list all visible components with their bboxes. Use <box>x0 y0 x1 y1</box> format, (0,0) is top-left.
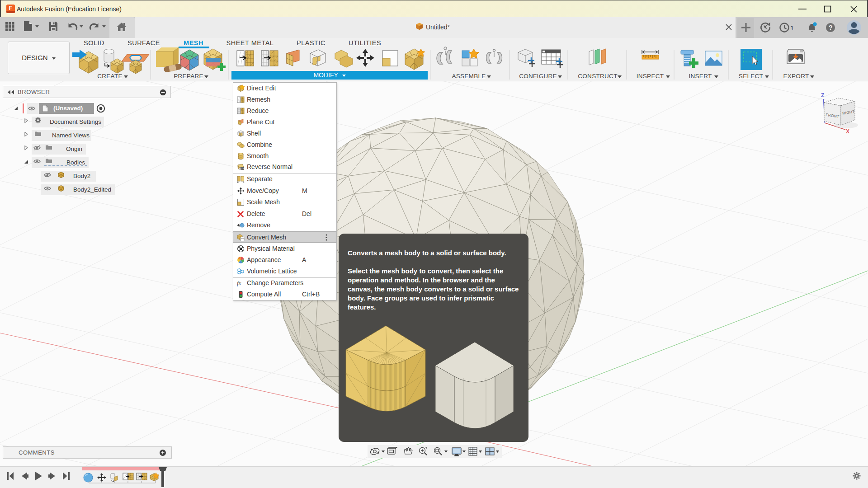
svg-text:SELECT: SELECT <box>739 73 763 80</box>
svg-text:INSERT: INSERT <box>689 73 712 80</box>
svg-text:Z: Z <box>821 92 824 99</box>
svg-text:SOLID: SOLID <box>84 39 104 47</box>
svg-text:?: ? <box>829 24 833 31</box>
svg-text:Untitled*: Untitled* <box>426 23 450 31</box>
svg-text:ASSEMBLE: ASSEMBLE <box>452 73 486 80</box>
svg-text:SHEET METAL: SHEET METAL <box>226 39 274 47</box>
svg-text:PREPARE: PREPARE <box>174 73 203 80</box>
svg-text:CW: CW <box>241 167 245 170</box>
svg-text:EXPORT: EXPORT <box>783 73 809 80</box>
svg-text:CONSTRUCT: CONSTRUCT <box>578 73 617 80</box>
svg-text:CREATE: CREATE <box>97 73 123 80</box>
svg-text:PLASTIC: PLASTIC <box>297 39 326 47</box>
svg-text:UTILITIES: UTILITIES <box>349 39 381 47</box>
svg-text:MESH: MESH <box>184 39 203 47</box>
svg-text:1: 1 <box>790 24 794 32</box>
svg-text:fx: fx <box>237 280 241 286</box>
svg-text:CONFIGURE: CONFIGURE <box>519 73 557 80</box>
svg-text:X: X <box>846 128 849 135</box>
svg-text:INSPECT: INSPECT <box>637 73 664 80</box>
svg-text:SURFACE: SURFACE <box>127 39 160 47</box>
